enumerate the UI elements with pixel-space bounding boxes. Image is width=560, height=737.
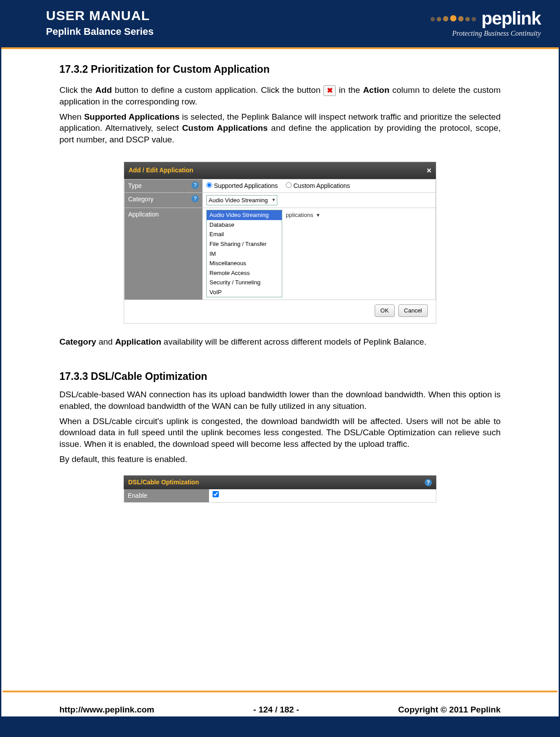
section-2-p1: DSL/cable-based WAN connection has its u… [59, 389, 501, 412]
dropdown-option[interactable]: Security / Tunneling [207, 278, 282, 287]
section-1-note: Category and Application availability wi… [59, 336, 501, 348]
type-label: Type ? [125, 179, 203, 192]
dropdown-option[interactable]: Audio Video Streaming [207, 210, 282, 220]
delete-icon[interactable]: ✖ [323, 85, 336, 96]
dropdown-option[interactable]: Email [207, 229, 282, 239]
footer-band [1, 716, 559, 737]
footer-url: http://www.peplink.com [59, 705, 155, 715]
category-label: Category ? [125, 192, 203, 208]
brand-name: peplink [481, 8, 541, 29]
enable-checkbox[interactable] [213, 491, 219, 497]
application-select-partial[interactable]: pplications ▾ [286, 210, 320, 219]
help-icon[interactable]: ? [192, 195, 199, 202]
section-2-p2: When a DSL/cable circuit's uplink is con… [59, 416, 501, 450]
logo-dots-icon [430, 15, 476, 21]
dropdown-option[interactable]: File Sharing / Transfer [207, 239, 282, 249]
help-icon[interactable]: ? [425, 479, 432, 486]
dropdown-option[interactable]: Database [207, 220, 282, 230]
footer-page: - 124 / 182 - [253, 705, 299, 715]
brand-tagline: Protecting Business Continuity [452, 29, 541, 37]
dsl-cable-optimization-panel: DSL/Cable Optimization ? Enable [124, 475, 436, 503]
custom-apps-radio[interactable]: Custom Applications [286, 182, 350, 190]
section-2-p3: By default, this feature is enabled. [59, 454, 501, 465]
cancel-button[interactable]: Cancel [398, 304, 428, 317]
ok-button[interactable]: OK [375, 304, 395, 317]
enable-label: Enable [124, 489, 209, 502]
section-1-p2: When Supported Applications is selected,… [59, 111, 501, 146]
section-1-heading: 17.3.2 Prioritization for Custom Applica… [59, 62, 501, 76]
dropdown-option[interactable]: Miscellaneous [207, 258, 282, 268]
add-edit-application-dialog: Add / Edit Application × Type ? Supporte… [124, 162, 436, 324]
close-icon[interactable]: × [426, 165, 431, 176]
page-content: 17.3.2 Prioritization for Custom Applica… [1, 49, 559, 561]
section-1-p1: Click the Add button to define a custom … [59, 84, 501, 108]
section-2-heading: 17.3.3 DSL/Cable Optimization [59, 370, 501, 383]
brand-logo: peplink Protecting Business Continuity [430, 8, 541, 37]
panel-title: DSL/Cable Optimization [128, 478, 199, 487]
category-dropdown-open[interactable]: Audio Video Streaming Database Email Fil… [206, 210, 282, 297]
category-select[interactable]: Audio Video Streaming [206, 195, 277, 206]
dialog-title: Add / Edit Application [129, 166, 193, 175]
manual-subtitle: Peplink Balance Series [46, 26, 154, 37]
application-label: Application [125, 208, 203, 300]
page-header: USER MANUAL Peplink Balance Series pepli… [1, 0, 559, 49]
help-icon[interactable]: ? [192, 182, 199, 189]
supported-apps-radio[interactable]: Supported Applications [206, 182, 278, 190]
footer-copyright: Copyright © 2011 Peplink [398, 705, 501, 715]
page-footer: http://www.peplink.com - 124 / 182 - Cop… [1, 705, 559, 715]
manual-title: USER MANUAL [46, 8, 154, 23]
footer-divider [3, 691, 557, 692]
dropdown-option[interactable]: IM [207, 249, 282, 259]
chevron-down-icon: ▾ [317, 211, 320, 219]
dropdown-option[interactable]: Remote Access [207, 268, 282, 278]
dropdown-option[interactable]: VoIP [207, 287, 282, 297]
